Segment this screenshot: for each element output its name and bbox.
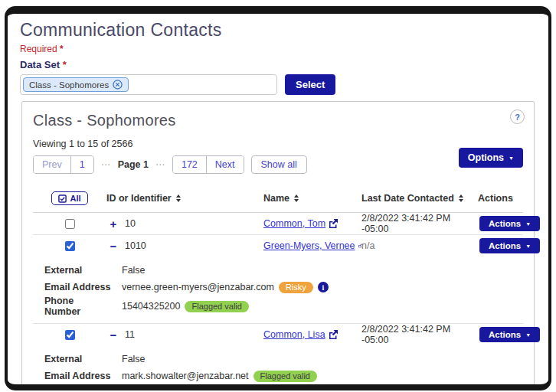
detail-value: n/a: [122, 390, 135, 390]
detail-value: 15404325200 Flagged valid: [122, 301, 249, 312]
detail-label: Email Address: [44, 371, 112, 381]
status-badge: Flagged valid: [253, 371, 317, 382]
row-id: 11: [125, 329, 135, 340]
detail-row-external: External False: [44, 262, 523, 279]
phone-value: 15404325200: [122, 301, 180, 312]
row-id: 10: [125, 218, 136, 229]
results-panel: ? Class - Sophomores Viewing 1 to 15 of …: [21, 101, 535, 390]
sort-icon: [459, 194, 463, 202]
select-button[interactable]: Select: [285, 74, 335, 95]
check-all-icon: [58, 194, 67, 203]
detail-label: External: [44, 265, 112, 276]
current-page-label: Page 1: [118, 159, 149, 170]
dataset-field-label: Data Set *: [20, 59, 536, 70]
select-all-button[interactable]: All: [51, 191, 87, 205]
sort-icon: [294, 194, 299, 202]
last-contacted-cell: 2/8/2022 3:41:42 PM -05:00: [361, 213, 478, 234]
contact-name-link[interactable]: Common, Tom: [263, 218, 325, 229]
remove-tag-icon[interactable]: [113, 80, 123, 90]
required-asterisk: *: [60, 44, 64, 54]
header-name[interactable]: Name: [263, 193, 361, 204]
header-last-contacted[interactable]: Last Date Contacted: [361, 193, 478, 204]
row-checkbox[interactable]: [65, 219, 75, 229]
viewing-status: Viewing 1 to 15 of 2566: [33, 139, 523, 149]
dataset-label-text: Data Set: [20, 59, 60, 70]
detail-row-phone: Phone Number n/a: [44, 384, 523, 390]
detail-value: vernee.green-myers@jenzabar.com Risky i: [122, 282, 329, 293]
contact-name-link[interactable]: Green-Myers, Vernee: [263, 240, 355, 251]
chevron-down-icon: ▼: [509, 155, 514, 161]
sort-icon: [176, 194, 181, 202]
actions-cell: Actions ▼: [478, 216, 540, 231]
email-value: mark.showalter@jenzabar.net: [122, 371, 249, 381]
collapse-icon[interactable]: −: [109, 328, 118, 341]
detail-row-email: Email Address vernee.green-myers@jenzaba…: [44, 279, 523, 296]
detail-label: Email Address: [44, 282, 112, 292]
status-badge: Risky: [279, 282, 313, 293]
id-cell: − 11: [106, 328, 263, 341]
required-note: Required *: [20, 44, 536, 54]
table-row: + 10 Common, Tom 2/8/2022 3:41:42 PM -05…: [33, 213, 523, 235]
pagination-next-group: 172 Next: [172, 155, 244, 174]
email-value: vernee.green-myers@jenzabar.com: [122, 282, 274, 292]
detail-row-external: External False: [44, 351, 523, 368]
panel-heading: Class - Sophomores: [33, 111, 523, 129]
page-1-button[interactable]: 1: [70, 156, 93, 173]
header-id[interactable]: ID or Identifier: [106, 193, 263, 204]
collapse-icon[interactable]: −: [109, 240, 118, 253]
row-actions-button[interactable]: Actions ▼: [479, 238, 540, 253]
options-button[interactable]: Options ▼: [459, 148, 523, 168]
show-all-button[interactable]: Show all: [251, 155, 307, 174]
name-cell: Green-Myers, Vernee: [263, 240, 361, 251]
info-icon[interactable]: i: [318, 282, 329, 292]
pagination: Prev 1 ⋯ Page 1 ⋯ 172 Next Show all: [33, 155, 523, 174]
expand-icon[interactable]: +: [109, 217, 118, 230]
row-actions-button[interactable]: Actions ▼: [479, 216, 540, 231]
dataset-asterisk: *: [63, 59, 67, 70]
required-label: Required: [20, 44, 57, 54]
prev-button[interactable]: Prev: [34, 156, 70, 173]
contacts-table: All ID or Identifier Name Last Date Cont…: [33, 188, 523, 390]
chevron-down-icon: ▼: [525, 332, 531, 338]
detail-label: External: [44, 354, 112, 364]
external-link-icon: [329, 330, 338, 339]
table-header-row: All ID or Identifier Name Last Date Cont…: [33, 188, 523, 213]
page-title: Communication Contacts: [20, 20, 536, 40]
row-actions-button[interactable]: Actions ▼: [479, 327, 540, 342]
chevron-down-icon: ▼: [525, 221, 531, 227]
last-page-button[interactable]: 172: [173, 156, 206, 173]
external-link-icon: [329, 219, 338, 228]
dataset-tag: Class - Sophomores: [23, 77, 129, 92]
row-id: 1010: [125, 240, 146, 251]
row-checkbox[interactable]: [65, 330, 75, 340]
detail-row-phone: Phone Number 15404325200 Flagged valid: [44, 296, 523, 317]
row-checkbox[interactable]: [65, 241, 75, 251]
name-cell: Common, Tom: [263, 218, 361, 229]
table-row: − 11 Common, Lisa 2/8/2022 3:41:42 PM -0…: [33, 324, 523, 345]
id-cell: + 10: [106, 217, 263, 230]
id-cell: − 1010: [106, 240, 263, 253]
window-frame: Communication Contacts Required * Data S…: [5, 6, 551, 390]
actions-cell: Actions ▼: [478, 238, 540, 253]
chevron-down-icon: ▼: [525, 243, 531, 249]
status-badge: Flagged valid: [185, 301, 248, 312]
pagination-ellipsis-left: ⋯: [101, 159, 111, 170]
detail-value: False: [122, 265, 146, 276]
actions-cell: Actions ▼: [478, 327, 540, 342]
select-all-label: All: [70, 194, 80, 203]
next-button[interactable]: Next: [206, 156, 244, 173]
last-contacted-cell: 2/8/2022 3:41:42 PM -05:00: [361, 324, 478, 345]
last-contacted-cell: n/a: [361, 240, 478, 251]
detail-value: mark.showalter@jenzabar.net Flagged vali…: [122, 371, 317, 382]
dataset-input-row: Class - Sophomores Select: [20, 74, 536, 95]
dataset-input[interactable]: Class - Sophomores: [20, 74, 277, 95]
options-button-label: Options: [468, 152, 504, 163]
dataset-tag-label: Class - Sophomores: [29, 80, 109, 90]
detail-value: False: [122, 354, 146, 364]
detail-row-email: Email Address mark.showalter@jenzabar.ne…: [44, 368, 523, 384]
row-details: External False Email Address mark.showal…: [33, 345, 523, 390]
table-row: − 1010 Green-Myers, Vernee n/a Actions: [33, 235, 523, 256]
pagination-prev-group: Prev 1: [33, 155, 94, 174]
contact-name-link[interactable]: Common, Lisa: [263, 329, 325, 340]
help-icon[interactable]: ?: [510, 109, 525, 124]
